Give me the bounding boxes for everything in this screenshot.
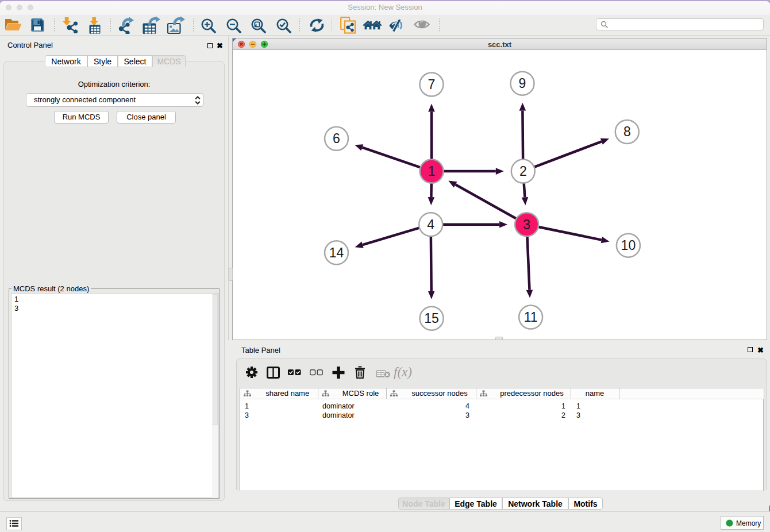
svg-text:14: 14 [329,245,344,260]
svg-text:11: 11 [524,310,538,325]
svg-text:2: 2 [519,164,527,179]
svg-text:15: 15 [424,311,439,326]
svg-text:10: 10 [621,238,636,253]
svg-text:f(x): f(x) [394,365,412,379]
svg-text:1: 1 [428,164,436,179]
svg-text:9: 9 [519,76,526,91]
svg-text:4: 4 [427,217,434,232]
svg-text:8: 8 [623,124,631,139]
svg-text:7: 7 [428,77,436,92]
svg-text:6: 6 [333,131,340,146]
svg-text:3: 3 [523,217,530,232]
